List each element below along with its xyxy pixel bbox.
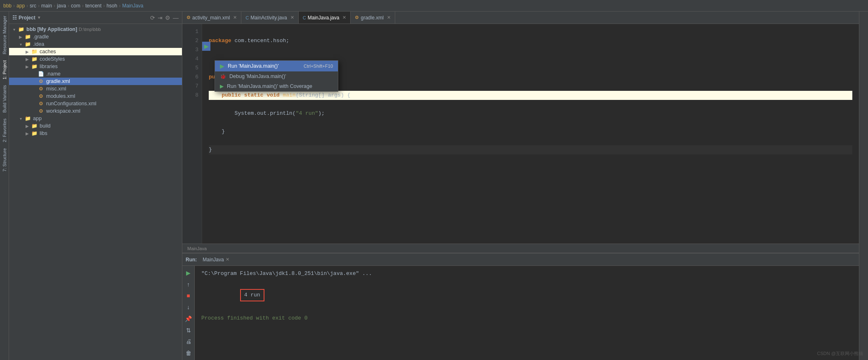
sidebar-tab-favorites[interactable]: 2: Favorites [1, 116, 8, 144]
file-icon-workspace-xml: ⚙ [37, 108, 45, 114]
breadcrumb-item-tencent[interactable]: tencent [85, 3, 101, 9]
tree-item-caches[interactable]: ▶ 📁 caches [9, 48, 182, 55]
run-trash-button[interactable]: 🗑 [184, 348, 193, 358]
folder-icon-caches: 📁 [31, 49, 38, 54]
project-panel: ☷ Project ▼ ⟳ ⇥ ⚙ — ▾ 📁 bbb [My Applicat… [9, 12, 182, 360]
run-panel-tab-mainjava[interactable]: MainJava ✕ [200, 257, 231, 263]
tree-item-libraries[interactable]: ▶ 📁 libraries [9, 63, 182, 70]
folder-icon-app: 📁 [24, 116, 31, 121]
tree-item-modules-xml[interactable]: ⚙ modules.xml [9, 92, 182, 100]
file-icon-modules-xml: ⚙ [37, 93, 45, 99]
breadcrumb-item-com[interactable]: com [71, 3, 80, 9]
breadcrumb-item-src[interactable]: src [30, 3, 36, 9]
folder-icon-build: 📁 [31, 123, 38, 129]
tree-arrow-build: ▶ [24, 124, 31, 128]
folder-icon-libraries: 📁 [31, 64, 38, 69]
tree-item-gradle-xml[interactable]: ⚙ gradle.xml [9, 78, 182, 85]
folder-icon-idea: 📁 [24, 41, 31, 47]
context-menu-coverage[interactable]: ▶ Run 'MainJava.main()' with Coverage [215, 81, 338, 91]
code-line-7: } [209, 145, 852, 154]
file-icon-gradle-xml: ⚙ [37, 78, 45, 84]
breadcrumb-item-java[interactable]: java [57, 3, 66, 9]
tree-item-idea[interactable]: ▾ 📁 .idea [9, 40, 182, 48]
tab-activity-main-xml[interactable]: ⚙ activity_main.xml ✕ [182, 12, 241, 24]
run-panel-bottom: ▶ ↑ ■ ↓ 📌 ⇅ 🖨 🗑 "C:\Program Files\Java\j… [182, 266, 859, 360]
file-icon-runconfigurations-xml: ⚙ [37, 101, 45, 107]
run-down-button[interactable]: ↓ [184, 303, 193, 312]
line-numbers: 1 2 3 4 5 6 7 8 [182, 24, 202, 244]
breadcrumb-item-hsoh[interactable]: hsoh [106, 3, 117, 9]
project-panel-header: ☷ Project ▼ ⟳ ⇥ ⚙ — [9, 12, 182, 24]
breadcrumb-bar: bbb › app › src › main › java › com › te… [0, 0, 868, 12]
close-panel-icon[interactable]: — [173, 14, 179, 21]
run-restart-button[interactable]: ▶ [184, 268, 193, 277]
code-line-5: System.out.println("4 run"); [209, 109, 852, 118]
context-menu-run[interactable]: ▶ Run 'MainJava.main()' Ctrl+Shift+F10 [215, 61, 338, 71]
run-output-cmd: "C:\Program Files\Java\jdk1.8.0_251\bin\… [201, 269, 852, 278]
run-print-button[interactable]: 🖨 [184, 337, 193, 346]
breadcrumb-item-app[interactable]: app [17, 3, 25, 9]
tree-item-build[interactable]: ▶ 📁 build [9, 122, 182, 130]
left-sidebar-tabs: Resource Manager 1: Project Build Varian… [0, 12, 9, 360]
coverage-icon: ▶ [220, 83, 224, 89]
code-editor[interactable]: 1 2 3 4 5 6 7 8 package com.tencent.hsoh… [182, 24, 859, 244]
context-menu: ▶ Run 'MainJava.main()' Ctrl+Shift+F10 🐞… [215, 60, 338, 92]
project-tree: ▾ 📁 bbb [My Application] D:\tmp\bbb ▶ 📁 … [9, 24, 182, 360]
tab-mainactivity-java[interactable]: C MainActivity.java ✕ [241, 12, 298, 24]
sidebar-tab-build-variants[interactable]: Build Variants [1, 83, 8, 115]
code-line-1: package com.tencent.hsoh; [209, 36, 852, 45]
tree-item-app[interactable]: ▾ 📁 app [9, 115, 182, 122]
folder-icon-libs: 📁 [31, 130, 38, 136]
code-line-6: } [209, 127, 852, 136]
run-pin-button[interactable]: 📌 [184, 314, 193, 323]
tab-gradle-xml[interactable]: ⚙ gradle.xml ✕ [351, 12, 395, 24]
settings-icon[interactable]: ⚙ [165, 14, 170, 21]
breadcrumb-item-mainjava[interactable]: MainJava [122, 3, 143, 9]
sidebar-tab-resource-manager[interactable]: Resource Manager [1, 13, 8, 57]
breadcrumb-item-bbb[interactable]: bbb [3, 3, 12, 9]
tree-item-workspace-xml[interactable]: ⚙ workspace.xml [9, 107, 182, 115]
tree-item-name[interactable]: 📄 .name [9, 70, 182, 78]
watermark: CSDN @互联网小熊猫 [817, 351, 863, 357]
tree-arrow-libraries: ▶ [24, 64, 31, 69]
folder-icon-bbb: 📁 [17, 26, 25, 32]
run-gutter-button[interactable]: ▶ [202, 42, 210, 51]
tree-arrow-codeStyles: ▶ [24, 57, 31, 62]
tree-item-libs[interactable]: ▶ 📁 libs [9, 130, 182, 137]
editor-file-name: MainJava [187, 246, 207, 251]
tree-item-bbb[interactable]: ▾ 📁 bbb [My Application] D:\tmp\bbb [9, 26, 182, 33]
project-tools: ⟳ ⇥ ⚙ — [150, 14, 179, 21]
run-scroll-button[interactable]: ⇅ [184, 326, 193, 335]
run-up-button[interactable]: ↑ [184, 280, 193, 289]
sidebar-tab-structure[interactable]: 7: Structure [1, 146, 8, 174]
tab-mainjava-java[interactable]: C MainJava.java ✕ [299, 12, 351, 24]
run-output-result: 4 run [201, 280, 852, 310]
file-icon-misc-xml: ⚙ [37, 86, 45, 92]
run-stop-button[interactable]: ■ [184, 291, 193, 301]
code-line-8 [209, 163, 852, 173]
sync-icon[interactable]: ⟳ [150, 14, 155, 21]
run-panel: Run: MainJava ✕ ▶ ↑ ■ ↓ 📌 ⇅ 🖨 🗑 [182, 253, 859, 360]
breadcrumb-item-main[interactable]: main [41, 3, 52, 9]
project-panel-title: ☷ Project ▼ [12, 15, 41, 21]
run-sidebar: ▶ ↑ ■ ↓ 📌 ⇅ 🖨 🗑 [182, 266, 195, 360]
main-layout: Resource Manager 1: Project Build Varian… [0, 12, 868, 360]
sidebar-tab-project[interactable]: 1: Project [1, 58, 8, 82]
editor-status-bar: MainJava [182, 244, 859, 253]
tree-item-misc-xml[interactable]: ⚙ misc.xml [9, 85, 182, 92]
tree-item-runConfigurations-xml[interactable]: ⚙ runConfigurations.xml [9, 100, 182, 107]
editor-area: ⚙ activity_main.xml ✕ C MainActivity.jav… [182, 12, 859, 253]
tree-item-gradle[interactable]: ▶ 📁 .gradle [9, 33, 182, 40]
context-menu-debug[interactable]: 🐞 Debug 'MainJava.main()' [215, 71, 338, 81]
run-output: "C:\Program Files\Java\jdk1.8.0_251\bin\… [195, 266, 859, 360]
tree-arrow-bbb: ▾ [11, 27, 17, 32]
run-panel-header: Run: MainJava ✕ [182, 253, 859, 266]
collapse-icon[interactable]: ⇥ [158, 14, 163, 21]
file-icon-name: 📄 [37, 71, 45, 77]
tree-item-codeStyles[interactable]: ▶ 📁 codeStyles [9, 55, 182, 63]
code-content[interactable]: package com.tencent.hsoh; public class M… [202, 24, 859, 244]
run-icon: ▶ [220, 63, 224, 69]
debug-icon: 🐞 [220, 73, 226, 79]
tree-arrow-libs: ▶ [24, 131, 31, 136]
tab-bar: ⚙ activity_main.xml ✕ C MainActivity.jav… [182, 12, 859, 24]
